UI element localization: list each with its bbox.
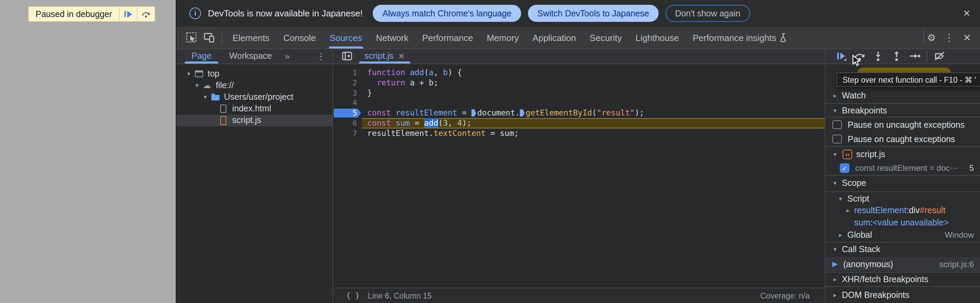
resume-script-button[interactable] xyxy=(832,49,850,63)
line-number[interactable]: 1 xyxy=(333,68,362,78)
panel-tab-memory[interactable]: Memory xyxy=(480,27,525,49)
tree-item-users-user-project[interactable]: ▾Users/user/project xyxy=(177,91,332,103)
scope-script-label: Script xyxy=(847,194,869,203)
section-xhr-breakpoints[interactable]: ▸ XHR/fetch Breakpoints xyxy=(826,273,980,286)
code-token: } xyxy=(367,88,372,97)
step-over-button[interactable] xyxy=(850,49,869,63)
tree-item-index-html[interactable]: index.html xyxy=(177,103,332,114)
code-token xyxy=(391,118,396,128)
tree-item-file-[interactable]: ▾☁file:// xyxy=(177,79,332,91)
caret-down-icon[interactable]: ▾ xyxy=(201,94,210,100)
toggle-navigator-icon[interactable] xyxy=(342,52,352,61)
caret-down-icon[interactable]: ▾ xyxy=(184,70,193,77)
step-button[interactable] xyxy=(905,49,924,63)
editor-tab-scriptjs[interactable]: script.js ✕ xyxy=(359,49,410,63)
scope-var-sum[interactable]: sum: <value unavailable> xyxy=(826,217,980,228)
panel-tab-performance[interactable]: Performance xyxy=(415,27,480,49)
code-text[interactable]: resultElement.textContent = sum; xyxy=(362,128,825,138)
panel-tab-security[interactable]: Security xyxy=(583,27,629,49)
line-number[interactable]: 6 xyxy=(333,118,362,128)
section-watch[interactable]: ▸ Watch xyxy=(826,88,980,103)
section-breakpoints[interactable]: ▾ Breakpoints xyxy=(826,103,980,117)
navigator-more-options-icon[interactable]: ⋮ xyxy=(310,51,332,62)
code-line-3: 3} xyxy=(333,88,825,98)
scope-global-row[interactable]: ▸ Global Window xyxy=(826,228,980,241)
call-stack-frame-row[interactable]: (anonymous) script.js:6 xyxy=(826,257,980,271)
code-text[interactable]: const resultElement = document.getElemen… xyxy=(362,108,825,118)
panel-tab-sources[interactable]: Sources xyxy=(323,27,369,49)
tree-item-label: Users/user/project xyxy=(224,92,293,102)
panel-tab-elements[interactable]: Elements xyxy=(226,27,276,49)
section-call-stack[interactable]: ▾ Call Stack xyxy=(826,242,980,256)
line-number[interactable]: 7 xyxy=(333,128,362,138)
panel-tab-console[interactable]: Console xyxy=(276,27,323,49)
line-number-text: 6 xyxy=(353,119,357,127)
notification-close-icon[interactable]: ✕ xyxy=(960,7,973,20)
pause-uncaught-checkbox[interactable] xyxy=(832,120,842,130)
notification-action-2[interactable]: Don't show again xyxy=(665,5,750,22)
paused-in-debugger-banner: Paused in debugger xyxy=(28,6,155,22)
code-token: const xyxy=(367,108,391,117)
section-dom-breakpoints[interactable]: ▸ DOM Breakpoints xyxy=(826,288,980,302)
tree-item-top[interactable]: ▾top xyxy=(177,68,332,79)
flask-icon xyxy=(780,33,788,42)
notification-action-0[interactable]: Always match Chrome's language xyxy=(373,5,521,22)
tree-item-label: file:// xyxy=(216,81,234,90)
device-toolbar-icon[interactable] xyxy=(200,29,218,46)
pause-uncaught-label: Pause on uncaught exceptions xyxy=(848,120,965,130)
more-options-icon[interactable]: ⋮ xyxy=(942,30,957,45)
devtools-close-icon[interactable]: ✕ xyxy=(959,30,975,45)
resume-script-button[interactable] xyxy=(119,7,137,21)
inspect-element-icon[interactable] xyxy=(183,29,200,46)
breakpoint-checkbox[interactable]: ✓ xyxy=(840,163,849,173)
line-number-text: 1 xyxy=(353,68,357,76)
var-name: sum xyxy=(854,217,870,227)
scope-script-row[interactable]: ▾ Script xyxy=(826,192,980,205)
paused-execution-line[interactable]: const sum = add(3, 4); xyxy=(362,118,825,128)
code-text[interactable] xyxy=(362,98,825,108)
code-text[interactable]: } xyxy=(362,88,825,98)
caret-right-icon: ▸ xyxy=(837,231,844,238)
tab-page[interactable]: Page xyxy=(183,49,220,63)
panel-tab-network[interactable]: Network xyxy=(369,27,415,49)
breakpoint-line-number[interactable]: 5 xyxy=(333,108,362,118)
step-into-button[interactable] xyxy=(869,49,887,63)
more-tabs-chevron-icon[interactable]: » xyxy=(281,51,294,62)
inline-breakpoint-marker-icon[interactable] xyxy=(471,109,476,116)
pretty-print-icon[interactable]: { } xyxy=(346,291,360,300)
pause-caught-checkbox[interactable] xyxy=(832,135,842,144)
panel-tab-label: Elements xyxy=(232,32,269,43)
inline-breakpoint-marker-icon[interactable] xyxy=(520,109,525,116)
line-number[interactable]: 2 xyxy=(333,78,362,88)
step-out-button[interactable] xyxy=(887,49,905,63)
section-scope[interactable]: ▾ Scope xyxy=(826,176,980,190)
code-token xyxy=(405,68,410,77)
line-number[interactable]: 3 xyxy=(333,88,362,98)
breakpoint-group-row[interactable]: ▾ ‹› script.js xyxy=(826,147,980,161)
editor-tab-close-icon[interactable]: ✕ xyxy=(398,52,404,61)
code-text[interactable]: function add(a, b) { xyxy=(362,68,825,78)
screen: Paused in debugger i DevTools is now ava… xyxy=(0,0,980,303)
code-token: textContent xyxy=(434,128,485,138)
step-over-banner-button[interactable] xyxy=(137,7,154,21)
panel-tab-performance-insights[interactable]: Performance insights xyxy=(686,27,795,49)
code-text[interactable]: return a + b; xyxy=(362,78,825,88)
notification-action-1[interactable]: Switch DevTools to Japanese xyxy=(528,5,659,22)
caret-down-icon[interactable]: ▾ xyxy=(192,82,201,89)
line-number[interactable]: 4 xyxy=(333,98,362,108)
tab-workspace[interactable]: Workspace xyxy=(220,49,281,63)
scope-var-resultelement[interactable]: ▸ resultElement: div#result xyxy=(826,204,980,217)
caret-right-icon: ▸ xyxy=(832,291,838,298)
frame-icon xyxy=(193,70,204,77)
breakpoint-entry-row[interactable]: ✓ const resultElement = doc⋯ 5 xyxy=(826,161,980,175)
settings-gear-icon[interactable]: ⚙ xyxy=(924,30,939,45)
panel-tab-lighthouse[interactable]: Lighthouse xyxy=(629,27,686,49)
var-separator: : xyxy=(870,217,873,227)
breakpoint-flag-icon xyxy=(334,108,361,118)
panel-tab-application[interactable]: Application xyxy=(525,27,583,49)
caret-down-icon: ▾ xyxy=(837,195,844,202)
deactivate-breakpoints-button[interactable] xyxy=(930,49,948,63)
tree-item-script-js[interactable]: script.js xyxy=(177,115,332,126)
code-editor[interactable]: 1function add(a, b) {2 return a + b;3}45… xyxy=(333,68,825,138)
code-line-6: 6const sum = add(3, 4); xyxy=(333,118,825,128)
